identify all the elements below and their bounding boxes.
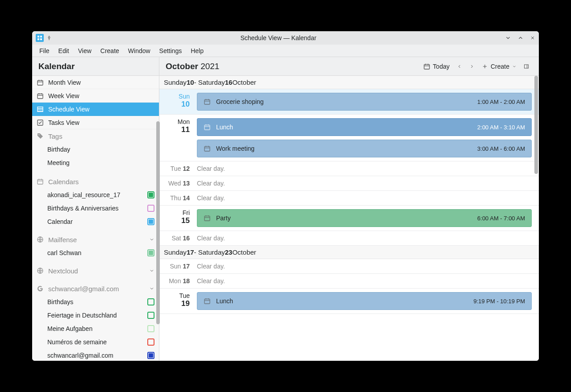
create-button[interactable]: Create (478, 60, 520, 73)
calendar-color-checkbox[interactable] (147, 191, 154, 198)
calendar-item[interactable]: Calendar (32, 215, 159, 228)
svg-rect-2 (38, 38, 39, 40)
globe-icon (37, 236, 44, 243)
day-row[interactable]: Tue 12Clear day. (159, 161, 539, 176)
calendar-icon (204, 124, 211, 131)
main-panel: October 2021 Today Create Sunday 10 - Sa… (159, 57, 539, 361)
day-row[interactable]: Mon11Lunch2:00 AM - 3:10 AMWork meeting3… (159, 115, 539, 161)
day-row[interactable]: Sun 17Clear day. (159, 259, 539, 274)
day-row[interactable]: Thu 14Clear day. (159, 191, 539, 206)
svg-point-8 (38, 134, 39, 135)
calendar-color-checkbox[interactable] (147, 312, 154, 319)
event-time: 3:00 AM - 6:00 AM (477, 145, 525, 152)
menu-help[interactable]: Help (187, 46, 207, 55)
calendar-color-checkbox[interactable] (147, 352, 154, 359)
calendar-icon (423, 63, 430, 70)
pin-icon[interactable] (46, 35, 52, 41)
app-icon (36, 34, 44, 42)
view-icon (37, 79, 44, 86)
calendar-item[interactable]: schwancarl@gmail.com (32, 349, 159, 361)
schedule-list[interactable]: Sunday 10 - Saturday 16 OctoberSun10Groc… (159, 76, 539, 361)
page-title: October 2021 (166, 62, 219, 71)
svg-rect-6 (38, 107, 43, 111)
minimize-button[interactable] (505, 35, 511, 41)
account-header[interactable]: Nextcloud (32, 264, 159, 277)
day-label: Tue 12 (159, 165, 191, 172)
svg-rect-16 (204, 146, 210, 151)
tag-meeting[interactable]: Meeting (32, 156, 159, 169)
event-card[interactable]: Lunch9:19 PM - 10:19 PM (197, 292, 532, 310)
calendars-header[interactable]: Calendars (32, 175, 159, 188)
maximize-button[interactable] (517, 35, 524, 41)
event-card[interactable]: Party6:00 AM - 7:00 AM (197, 209, 532, 227)
account-header[interactable]: schwancarl@gmail.com (32, 282, 159, 295)
day-row[interactable]: Fri15Party6:00 AM - 7:00 AM (159, 206, 539, 231)
nav-label: Schedule View (48, 106, 89, 113)
menu-create[interactable]: Create (97, 46, 123, 55)
scrollbar[interactable] (534, 76, 538, 361)
tag-icon (37, 132, 44, 140)
event-card[interactable]: Work meeting3:00 AM - 6:00 AM (197, 140, 532, 157)
today-button[interactable]: Today (420, 60, 453, 73)
prev-button[interactable] (453, 60, 466, 73)
event-time: 1:00 AM - 2:00 AM (477, 99, 525, 105)
menu-file[interactable]: File (36, 46, 53, 55)
tags-header[interactable]: Tags (32, 129, 159, 143)
event-time: 2:00 AM - 3:10 AM (477, 124, 525, 131)
clear-day-text: Clear day. (197, 180, 532, 187)
day-label: Sun10 (159, 93, 191, 111)
calendar-color-checkbox[interactable] (147, 325, 154, 332)
svg-rect-13 (525, 65, 529, 68)
menu-window[interactable]: Window (125, 46, 154, 55)
chevron-down-icon (149, 237, 154, 242)
day-row[interactable]: Mon 18Clear day. (159, 274, 539, 289)
clear-day-text: Clear day. (197, 194, 532, 202)
day-row[interactable]: Sat 16Clear day. (159, 231, 539, 246)
sidebar-scrollbar-thumb[interactable] (156, 121, 160, 324)
day-row[interactable]: Wed 13Clear day. (159, 176, 539, 191)
calendar-color-checkbox[interactable] (147, 205, 154, 212)
nav-tasks-view[interactable]: Tasks View (32, 116, 159, 129)
menu-settings[interactable]: Settings (156, 46, 186, 55)
event-title: Lunch (216, 297, 233, 305)
tag-birthday[interactable]: Birthday (32, 143, 159, 156)
calendar-item[interactable]: Feiertage in Deutschland (32, 309, 159, 322)
window-title: Schedule View — Kalendar (52, 34, 505, 41)
calendar-item[interactable]: akonadi_ical_resource_17 (32, 188, 159, 202)
sidebar-toggle-button[interactable] (520, 60, 533, 73)
nav-week-view[interactable]: Week View (32, 89, 159, 103)
calendar-color-checkbox[interactable] (147, 338, 154, 346)
clear-day-text: Clear day. (197, 263, 532, 270)
svg-rect-3 (40, 38, 42, 40)
globe-icon (37, 267, 44, 274)
calendar-color-checkbox[interactable] (147, 298, 154, 305)
event-card[interactable]: Grocerie shoping1:00 AM - 2:00 AM (197, 93, 532, 111)
calendar-item[interactable]: Numéros de semaine (32, 335, 159, 349)
menu-view[interactable]: View (75, 46, 95, 55)
calendar-item[interactable]: Meine Aufgaben (32, 322, 159, 335)
nav-label: Tasks View (48, 119, 79, 126)
calendar-item[interactable]: carl Schwan (32, 246, 159, 260)
menubar: FileEditViewCreateWindowSettingsHelp (32, 45, 539, 57)
svg-rect-12 (424, 64, 429, 69)
nav-month-view[interactable]: Month View (32, 76, 159, 89)
menu-edit[interactable]: Edit (55, 46, 73, 55)
chevron-down-icon (512, 64, 517, 69)
day-label: Mon 18 (159, 277, 191, 285)
account-header[interactable]: Mailfense (32, 233, 159, 246)
event-title: Work meeting (216, 145, 254, 152)
nav-schedule-view[interactable]: Schedule View (32, 103, 159, 116)
calendar-item[interactable]: Birthdays (32, 295, 159, 309)
calendar-item[interactable]: Birthdays & Anniversaries (32, 202, 159, 215)
calendar-color-checkbox[interactable] (147, 249, 154, 256)
next-button[interactable] (466, 60, 478, 73)
day-row[interactable]: Sun10Grocerie shoping1:00 AM - 2:00 AM (159, 89, 539, 115)
clear-day-text: Clear day. (197, 165, 532, 172)
sidebar: Kalendar Month ViewWeek ViewSchedule Vie… (32, 57, 159, 361)
day-row[interactable]: Tue19Lunch9:19 PM - 10:19 PM (159, 289, 539, 314)
calendar-icon (204, 215, 211, 222)
event-card[interactable]: Lunch2:00 AM - 3:10 AM (197, 118, 532, 136)
event-title: Party (216, 215, 231, 222)
close-button[interactable] (530, 35, 535, 41)
calendar-color-checkbox[interactable] (147, 218, 154, 225)
